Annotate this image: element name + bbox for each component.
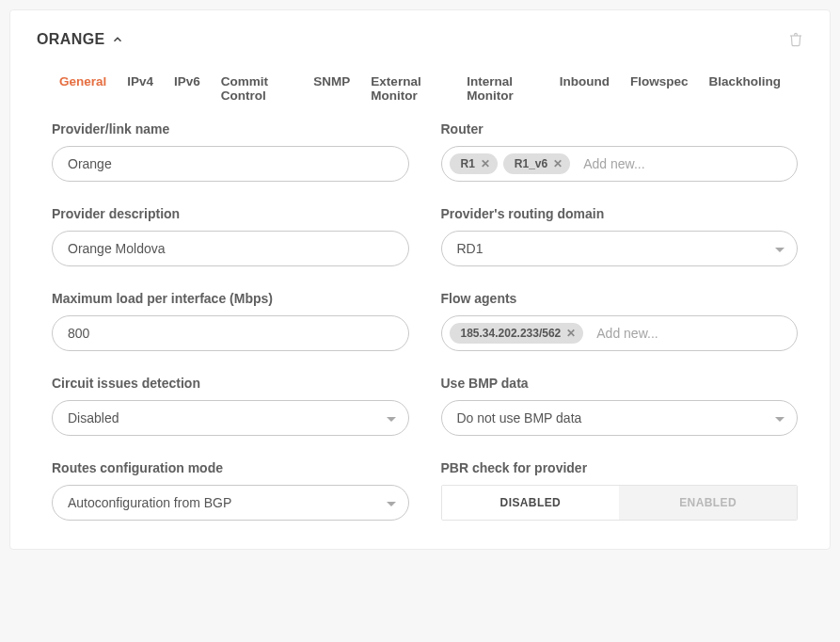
tab-snmp[interactable]: SNMP (313, 74, 350, 103)
flow-agent-tag: 185.34.202.233/562 ✕ (450, 323, 584, 344)
flow-agent-tag-label: 185.34.202.233/562 (461, 327, 562, 340)
close-icon[interactable]: ✕ (481, 158, 490, 169)
trash-icon[interactable] (788, 31, 803, 48)
flow-agents-add-input[interactable] (589, 322, 789, 345)
pbr-check-toggle: DISABLED ENABLED (441, 485, 799, 521)
label-flow-agents: Flow agents (441, 291, 799, 306)
field-pbr-check: PBR check for provider DISABLED ENABLED (441, 460, 799, 521)
router-tag-label: R1_v6 (515, 157, 547, 170)
routes-mode-value: Autoconfiguration from BGP (68, 495, 231, 510)
field-routes-mode: Routes configuration mode Autoconfigurat… (52, 460, 409, 521)
max-load-input[interactable] (52, 315, 409, 351)
routes-mode-select[interactable]: Autoconfiguration from BGP (52, 485, 409, 521)
label-provider-description: Provider description (52, 206, 409, 221)
flow-agents-tag-input[interactable]: 185.34.202.233/562 ✕ (441, 315, 799, 351)
field-flow-agents: Flow agents 185.34.202.233/562 ✕ (441, 291, 799, 351)
tab-general[interactable]: General (59, 74, 106, 103)
tab-inbound[interactable]: Inbound (560, 74, 610, 103)
use-bmp-value: Do not use BMP data (457, 410, 582, 425)
provider-panel: ORANGE General IPv4 IPv6 Commit Control … (9, 9, 831, 550)
tab-ipv6[interactable]: IPv6 (174, 74, 200, 103)
label-routing-domain: Provider's routing domain (441, 206, 799, 221)
router-tag-label: R1 (461, 157, 475, 170)
tab-flowspec[interactable]: Flowspec (630, 74, 689, 103)
router-add-input[interactable] (576, 152, 789, 175)
circuit-issues-select[interactable]: Disabled (52, 400, 409, 436)
pbr-disabled-option[interactable]: DISABLED (442, 486, 620, 520)
router-tag: R1_v6 ✕ (503, 153, 570, 174)
field-routing-domain: Provider's routing domain RD1 (441, 206, 799, 266)
panel-header: ORANGE (10, 31, 830, 48)
provider-description-input[interactable] (52, 231, 409, 266)
routing-domain-select[interactable]: RD1 (441, 231, 799, 266)
tab-external-monitor[interactable]: External Monitor (371, 74, 446, 103)
tabs: General IPv4 IPv6 Commit Control SNMP Ex… (10, 74, 830, 103)
tab-internal-monitor[interactable]: Internal Monitor (467, 74, 539, 103)
field-use-bmp: Use BMP data Do not use BMP data (441, 376, 799, 436)
router-tag-input[interactable]: R1 ✕ R1_v6 ✕ (441, 146, 799, 182)
circuit-issues-value: Disabled (68, 410, 119, 425)
label-pbr-check: PBR check for provider (441, 460, 799, 475)
field-provider-description: Provider description (52, 206, 409, 266)
field-circuit-issues: Circuit issues detection Disabled (52, 376, 409, 436)
label-max-load: Maximum load per interface (Mbps) (52, 291, 409, 306)
field-provider-name: Provider/link name (52, 121, 409, 182)
label-provider-name: Provider/link name (52, 121, 409, 136)
form-grid: Provider/link name Router R1 ✕ R1_v6 ✕ P… (10, 121, 830, 521)
field-max-load: Maximum load per interface (Mbps) (52, 291, 409, 351)
panel-toggle[interactable]: ORANGE (37, 31, 124, 48)
close-icon[interactable]: ✕ (566, 328, 576, 339)
router-tag: R1 ✕ (450, 153, 498, 174)
label-routes-mode: Routes configuration mode (52, 460, 409, 475)
label-circuit-issues: Circuit issues detection (52, 376, 409, 391)
label-router: Router (441, 121, 799, 136)
panel-title-text: ORANGE (37, 31, 105, 48)
tab-blackholing[interactable]: Blackholing (708, 74, 781, 103)
pbr-enabled-option[interactable]: ENABLED (619, 486, 797, 520)
close-icon[interactable]: ✕ (553, 158, 563, 169)
provider-name-input[interactable] (52, 146, 409, 182)
field-router: Router R1 ✕ R1_v6 ✕ (441, 121, 799, 182)
label-use-bmp: Use BMP data (441, 376, 799, 391)
chevron-up-icon (111, 33, 124, 46)
routing-domain-value: RD1 (457, 241, 483, 256)
tab-commit-control[interactable]: Commit Control (221, 74, 293, 103)
tab-ipv4[interactable]: IPv4 (127, 74, 153, 103)
use-bmp-select[interactable]: Do not use BMP data (441, 400, 799, 436)
